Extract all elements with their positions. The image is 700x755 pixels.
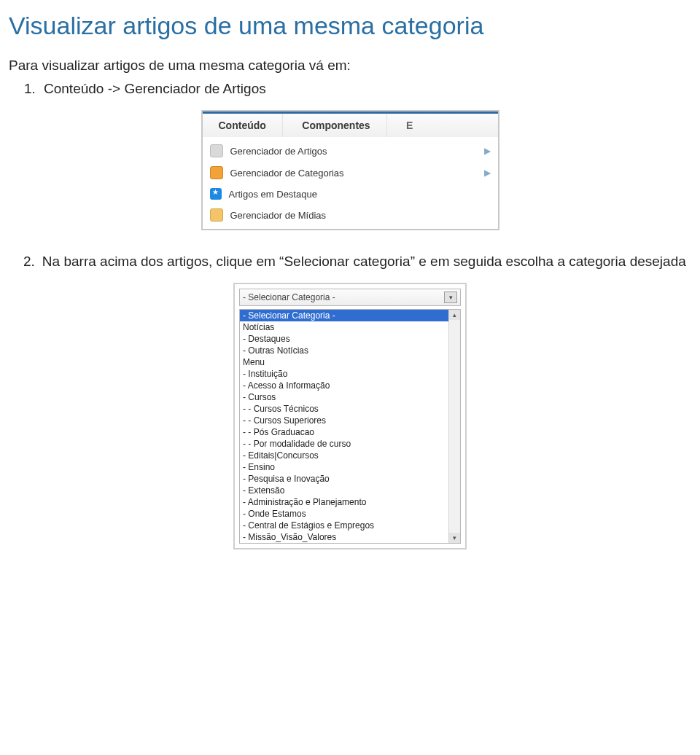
category-option[interactable]: - Administração e Planejamento xyxy=(240,496,460,508)
category-select-listbox[interactable]: - Selecionar Categoria - Notícias - Dest… xyxy=(239,309,461,544)
figure-select-categoria: - Selecionar Categoria - ▾ - Selecionar … xyxy=(233,283,467,549)
menu-item-label: Gerenciador de Categorias xyxy=(230,168,344,179)
category-option[interactable]: - Acesso à Informação xyxy=(240,380,460,391)
category-option[interactable]: - Outras Notícias xyxy=(240,345,460,356)
article-icon xyxy=(210,144,223,157)
conteudo-dropdown: Gerenciador de Artigos ▶ Gerenciador de … xyxy=(203,137,498,229)
menu-item-gerenciador-categorias[interactable]: Gerenciador de Categorias ▶ xyxy=(203,162,498,184)
menubar: Conteúdo Componentes E xyxy=(203,112,498,137)
category-option[interactable]: - Cursos xyxy=(240,391,460,403)
category-option[interactable]: - - Cursos Técnicos xyxy=(240,403,460,415)
figure-conteudo-menu: Conteúdo Componentes E Gerenciador de Ar… xyxy=(201,110,499,230)
category-option[interactable]: Notícias xyxy=(240,321,460,333)
menu-tab-conteudo[interactable]: Conteúdo xyxy=(203,114,283,137)
menu-tab-extra[interactable]: E xyxy=(390,114,429,137)
page-title: Visualizar artigos de uma mesma categori… xyxy=(9,12,691,40)
scrollbar[interactable]: ▴ ▾ xyxy=(448,310,460,543)
category-option[interactable]: - Ensino xyxy=(240,461,460,473)
category-option[interactable]: - - Por modalidade de curso xyxy=(240,438,460,450)
menu-item-gerenciador-artigos[interactable]: Gerenciador de Artigos ▶ xyxy=(203,140,498,162)
step-1: Conteúdo -> Gerenciador de Artigos xyxy=(39,81,691,97)
menu-item-artigos-destaque[interactable]: Artigos em Destaque xyxy=(203,184,498,204)
category-option[interactable]: - Editais|Concursos xyxy=(240,450,460,461)
intro-text: Para visualizar artigos de uma mesma cat… xyxy=(9,58,691,74)
category-option[interactable]: - Central de Estágios e Empregos xyxy=(240,520,460,531)
scroll-up-icon[interactable]: ▴ xyxy=(449,310,460,320)
category-option[interactable]: - Missão_Visão_Valores xyxy=(240,531,460,543)
category-select-value: - Selecionar Categoria - xyxy=(243,292,444,302)
chevron-right-icon: ▶ xyxy=(484,146,491,156)
category-select[interactable]: - Selecionar Categoria - ▾ xyxy=(239,289,461,306)
media-icon xyxy=(210,208,223,222)
category-option[interactable]: Menu xyxy=(240,356,460,368)
category-option[interactable]: - Extensão xyxy=(240,485,460,496)
chevron-right-icon: ▶ xyxy=(484,168,491,178)
scroll-down-icon[interactable]: ▾ xyxy=(449,533,460,543)
folder-icon xyxy=(210,166,223,179)
star-icon xyxy=(210,188,222,200)
category-option[interactable]: - Onde Estamos xyxy=(240,508,460,520)
menu-item-label: Gerenciador de Mídias xyxy=(230,210,327,221)
chevron-down-icon: ▾ xyxy=(444,292,457,303)
category-option[interactable]: - - Pós Graduacao xyxy=(240,426,460,438)
menu-item-label: Gerenciador de Artigos xyxy=(230,146,327,157)
category-option[interactable]: - Destaques xyxy=(240,333,460,345)
category-option[interactable]: - - Cursos Superiores xyxy=(240,415,460,426)
step-2: Na barra acima dos artigos, clique em “S… xyxy=(39,254,691,270)
menu-item-label: Artigos em Destaque xyxy=(229,189,317,200)
menu-tab-componentes[interactable]: Componentes xyxy=(286,114,386,137)
menu-item-gerenciador-midias[interactable]: Gerenciador de Mídias xyxy=(203,204,498,226)
category-option[interactable]: - Selecionar Categoria - xyxy=(240,310,460,321)
category-option[interactable]: - Instituição xyxy=(240,368,460,380)
category-option[interactable]: - Pesquisa e Inovação xyxy=(240,473,460,485)
